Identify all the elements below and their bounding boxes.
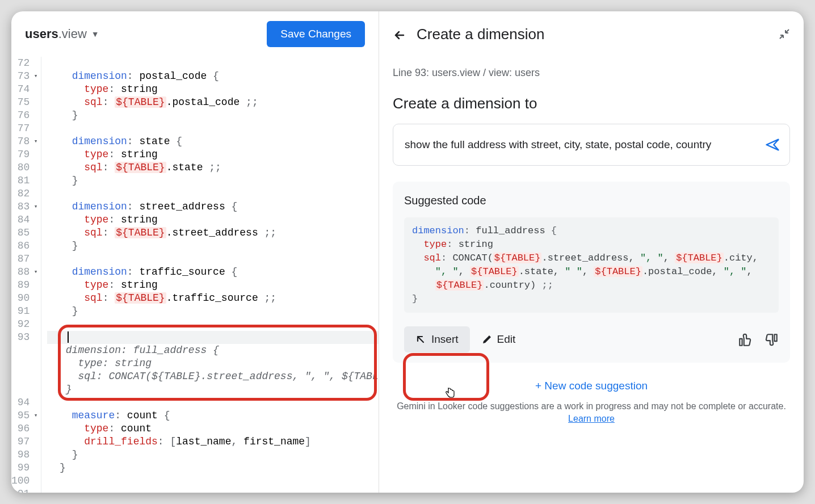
prompt-text: show the full address with street, city,… [405, 138, 711, 151]
back-arrow-icon[interactable] [393, 26, 406, 43]
insert-button[interactable]: Insert [404, 326, 470, 352]
prompt-input[interactable]: show the full address with street, city,… [393, 124, 790, 166]
section-title: Create a dimension to [393, 95, 790, 112]
edit-button[interactable]: Edit [481, 333, 516, 346]
editor-header: users.view ▼ Save Changes [11, 11, 379, 57]
suggested-code-title: Suggested code [404, 194, 779, 207]
editor-pane: users.view ▼ Save Changes 72737475767778… [11, 11, 379, 493]
learn-more-link[interactable]: Learn more [568, 414, 615, 423]
file-base: users [25, 27, 58, 41]
file-name-dropdown[interactable]: users.view ▼ [25, 27, 99, 41]
insert-label: Insert [431, 333, 459, 346]
send-icon[interactable] [764, 137, 780, 153]
file-ext: .view [58, 27, 87, 41]
new-suggestion-link[interactable]: + New code suggestion [393, 380, 790, 392]
line-gutter: 7273747576777879808182838485868788899091… [11, 57, 41, 493]
edit-label: Edit [497, 333, 516, 346]
breadcrumb: Line 93: users.view / view: users [393, 67, 790, 79]
thumbs-up-icon[interactable] [738, 331, 753, 348]
assistant-body: Line 93: users.view / view: users Create… [379, 57, 804, 493]
assistant-pane: Create a dimension Line 93: users.view /… [379, 11, 804, 493]
panel-title: Create a dimension [417, 26, 544, 43]
thumbs-down-icon[interactable] [764, 331, 779, 348]
collapse-icon[interactable] [779, 26, 790, 41]
svg-point-0 [777, 139, 779, 141]
feedback-buttons [738, 331, 779, 348]
disclaimer-text: Gemini in Looker code suggestions are a … [393, 400, 790, 425]
actions-row: Insert Edit [404, 326, 779, 352]
suggested-code-block: dimension: full_address { type: string s… [404, 217, 779, 313]
app-window: users.view ▼ Save Changes 72737475767778… [11, 11, 804, 493]
suggested-code-card: Suggested code dimension: full_address {… [393, 182, 790, 363]
chevron-down-icon: ▼ [91, 30, 99, 39]
assistant-header: Create a dimension [379, 11, 804, 57]
code-area[interactable]: dimension: postal_code { type: string sq… [41, 57, 379, 493]
save-button[interactable]: Save Changes [267, 21, 365, 47]
code-editor[interactable]: 7273747576777879808182838485868788899091… [11, 57, 379, 493]
